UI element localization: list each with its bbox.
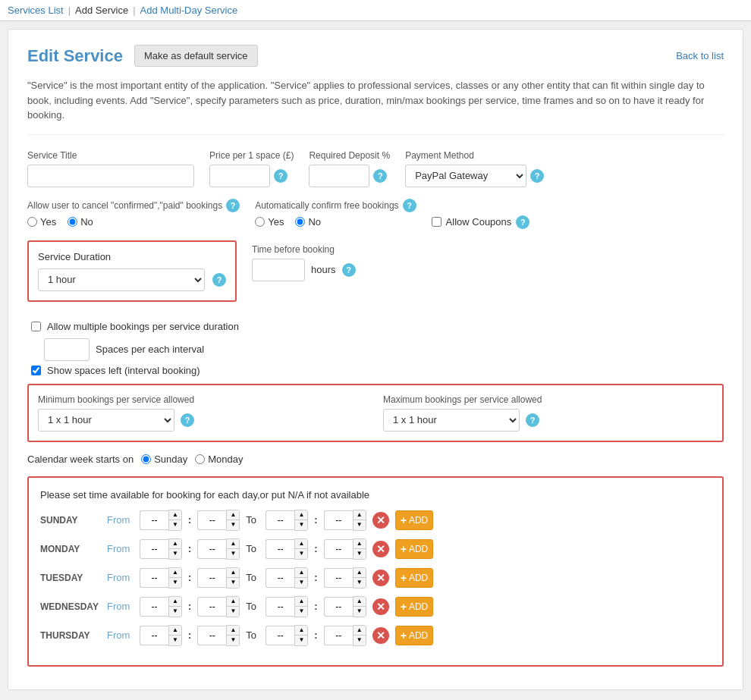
to-hour-down-sunday[interactable]: ▼ <box>295 520 307 530</box>
from-min-down-tuesday[interactable]: ▼ <box>227 578 239 588</box>
sunday-radio[interactable]: Sunday <box>141 454 187 465</box>
to-hour-up-wednesday[interactable]: ▲ <box>295 597 307 607</box>
from-min-input-monday[interactable] <box>197 539 226 559</box>
auto-yes-input[interactable] <box>255 217 265 227</box>
to-min-up-tuesday[interactable]: ▲ <box>354 568 366 578</box>
to-hour-down-wednesday[interactable]: ▼ <box>295 607 307 617</box>
duration-help-icon[interactable]: ? <box>212 273 226 287</box>
remove-day-button-wednesday[interactable]: ✕ <box>372 598 389 615</box>
to-min-input-tuesday[interactable] <box>324 568 353 588</box>
from-hour-up-monday[interactable]: ▲ <box>169 539 181 549</box>
to-hour-down-monday[interactable]: ▼ <box>295 549 307 559</box>
make-default-button[interactable]: Make as default service <box>134 45 258 67</box>
cancel-yes-radio[interactable]: Yes <box>27 216 56 228</box>
cancel-yes-input[interactable] <box>27 217 37 227</box>
from-min-up-sunday[interactable]: ▲ <box>227 510 239 520</box>
add-day-button-thursday[interactable]: + ADD <box>395 626 434 645</box>
deposit-help-icon[interactable]: ? <box>373 169 387 183</box>
from-min-down-wednesday[interactable]: ▼ <box>227 607 239 617</box>
from-hour-up-tuesday[interactable]: ▲ <box>169 568 181 578</box>
from-min-down-sunday[interactable]: ▼ <box>227 520 239 530</box>
add-day-button-tuesday[interactable]: + ADD <box>395 568 434 588</box>
to-min-input-monday[interactable] <box>324 539 353 559</box>
min-bookings-select[interactable]: 1 x 1 hour 2 x 1 hour 3 x 1 hour <box>38 409 174 432</box>
back-to-list-link[interactable]: Back to list <box>676 50 724 61</box>
allow-coupons-checkbox[interactable] <box>432 217 441 227</box>
to-hour-up-sunday[interactable]: ▲ <box>295 510 307 520</box>
to-hour-input-monday[interactable] <box>266 539 294 559</box>
from-hour-up-wednesday[interactable]: ▲ <box>169 597 181 607</box>
to-min-input-wednesday[interactable] <box>324 597 353 617</box>
auto-yes-radio[interactable]: Yes <box>255 216 284 228</box>
auto-no-input[interactable] <box>295 217 305 227</box>
cancel-no-input[interactable] <box>68 217 77 227</box>
from-hour-up-thursday[interactable]: ▲ <box>169 626 181 636</box>
from-hour-down-sunday[interactable]: ▼ <box>169 520 181 530</box>
cancel-no-radio[interactable]: No <box>68 216 93 228</box>
from-min-up-thursday[interactable]: ▲ <box>227 626 239 636</box>
to-hour-up-tuesday[interactable]: ▲ <box>295 568 307 578</box>
to-min-input-sunday[interactable] <box>324 510 353 530</box>
from-hour-down-thursday[interactable]: ▼ <box>169 636 181 645</box>
remove-day-button-monday[interactable]: ✕ <box>372 541 389 557</box>
price-help-icon[interactable]: ? <box>274 169 288 183</box>
to-hour-down-tuesday[interactable]: ▼ <box>295 578 307 588</box>
from-min-input-wednesday[interactable] <box>197 597 226 617</box>
cancel-help-icon[interactable]: ? <box>226 199 240 212</box>
from-min-up-tuesday[interactable]: ▲ <box>227 568 239 578</box>
to-min-down-wednesday[interactable]: ▼ <box>354 607 366 617</box>
from-hour-up-sunday[interactable]: ▲ <box>169 510 181 520</box>
to-min-down-monday[interactable]: ▼ <box>354 549 366 559</box>
add-day-button-monday[interactable]: + ADD <box>395 539 434 559</box>
remove-day-button-thursday[interactable]: ✕ <box>372 627 389 644</box>
from-hour-input-monday[interactable] <box>140 539 168 559</box>
auto-confirm-help-icon[interactable]: ? <box>403 199 416 212</box>
from-min-up-wednesday[interactable]: ▲ <box>227 597 239 607</box>
to-min-input-thursday[interactable] <box>324 626 353 645</box>
to-min-up-wednesday[interactable]: ▲ <box>354 597 366 607</box>
payment-method-select[interactable]: PayPal Gateway Cash Stripe <box>405 165 526 187</box>
from-min-input-tuesday[interactable] <box>197 568 226 588</box>
add-day-button-wednesday[interactable]: + ADD <box>395 597 434 617</box>
nav-services-list[interactable]: Services List <box>8 5 64 16</box>
from-hour-down-monday[interactable]: ▼ <box>169 549 181 559</box>
time-before-input[interactable]: 0 <box>252 259 305 281</box>
monday-radio[interactable]: Monday <box>195 454 243 465</box>
auto-no-radio[interactable]: No <box>295 216 321 228</box>
from-hour-down-wednesday[interactable]: ▼ <box>169 607 181 617</box>
to-hour-input-tuesday[interactable] <box>266 568 294 588</box>
price-input[interactable]: 10 <box>209 165 270 187</box>
nav-add-multi-day[interactable]: Add Multi-Day Service <box>140 5 238 16</box>
to-min-down-tuesday[interactable]: ▼ <box>354 578 366 588</box>
service-duration-select[interactable]: 1 hour 30 minutes 1.5 hours 2 hours <box>38 268 205 291</box>
coupons-help-icon[interactable]: ? <box>516 215 529 229</box>
allow-multiple-checkbox[interactable] <box>31 322 41 331</box>
from-min-down-thursday[interactable]: ▼ <box>227 636 239 645</box>
max-bookings-select[interactable]: 1 x 1 hour 2 x 1 hour 3 x 1 hour <box>383 409 520 432</box>
to-hour-down-thursday[interactable]: ▼ <box>295 636 307 645</box>
to-min-down-sunday[interactable]: ▼ <box>354 520 366 530</box>
add-day-button-sunday[interactable]: + ADD <box>395 510 434 530</box>
to-min-up-monday[interactable]: ▲ <box>354 539 366 549</box>
from-min-input-sunday[interactable] <box>197 510 226 530</box>
to-min-up-thursday[interactable]: ▲ <box>354 626 366 636</box>
service-title-input[interactable]: Test Service New <box>27 165 194 187</box>
deposit-input[interactable]: 100 <box>309 165 369 187</box>
from-hour-input-tuesday[interactable] <box>140 568 168 588</box>
show-spaces-checkbox[interactable] <box>31 366 41 375</box>
to-hour-input-thursday[interactable] <box>266 626 294 645</box>
to-hour-input-sunday[interactable] <box>266 510 294 530</box>
remove-day-button-sunday[interactable]: ✕ <box>372 512 389 529</box>
from-hour-down-tuesday[interactable]: ▼ <box>169 578 181 588</box>
from-hour-input-sunday[interactable] <box>140 510 168 530</box>
to-hour-input-wednesday[interactable] <box>266 597 294 617</box>
time-before-help-icon[interactable]: ? <box>342 263 356 277</box>
from-min-down-monday[interactable]: ▼ <box>227 549 239 559</box>
remove-day-button-tuesday[interactable]: ✕ <box>372 570 389 586</box>
from-hour-input-wednesday[interactable] <box>140 597 168 617</box>
min-bookings-help-icon[interactable]: ? <box>181 413 194 427</box>
to-min-up-sunday[interactable]: ▲ <box>354 510 366 520</box>
monday-input[interactable] <box>195 454 205 464</box>
from-min-input-thursday[interactable] <box>197 626 226 645</box>
to-hour-up-monday[interactable]: ▲ <box>295 539 307 549</box>
